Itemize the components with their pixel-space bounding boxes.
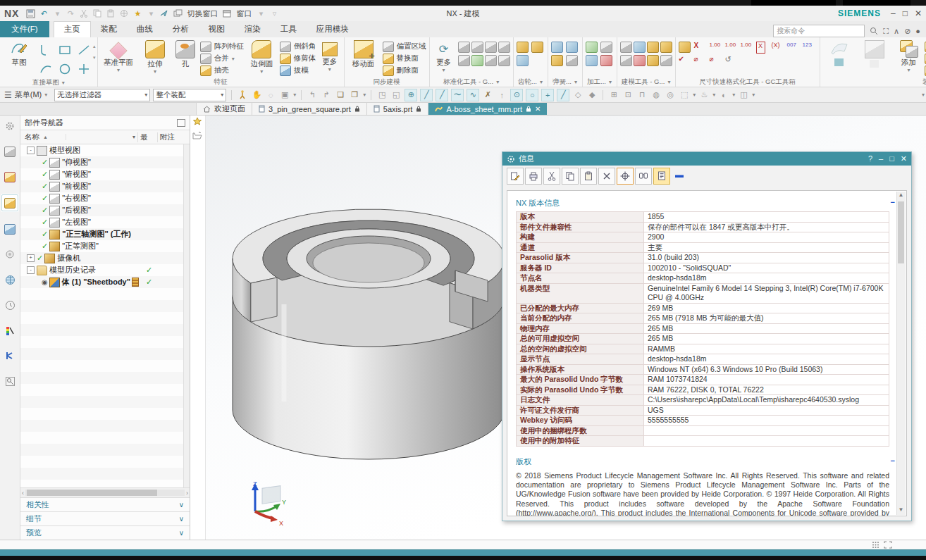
system-scenes-icon[interactable] [2,373,18,389]
scroll-left-icon[interactable]: ‹ [22,490,24,497]
profile-icon[interactable] [37,41,55,59]
check-icon[interactable]: ✓ [42,242,48,251]
new-file-icon[interactable] [192,117,203,127]
group-dropdown-icon[interactable]: ▾ [62,80,65,86]
close-button[interactable]: ✕ [915,8,922,18]
tab-assemblies[interactable]: 装配 [91,22,127,37]
check-icon[interactable]: ✓ [42,194,48,203]
pattern-feature-button[interactable]: 阵列特征 [200,41,244,52]
quickpick-dropdown-icon[interactable]: ▾ [363,92,366,98]
add-component-button[interactable]: 添加▾ [895,38,923,74]
selbar-overflow-icon[interactable]: ▾ [922,92,925,98]
view-window-icon[interactable]: ⊞ [608,89,619,101]
selection-filter-dropdown[interactable]: 无选择过滤器▾ [54,89,150,101]
repeat-command-icon[interactable] [118,8,130,19]
trim-body-button[interactable]: 修剪体 [280,53,316,64]
tab-curve[interactable]: 曲线 [127,22,163,37]
minimize-ribbon-icon[interactable]: ∧ [894,27,899,36]
tree-item-view-isometric[interactable]: ✓"正等测图" [20,240,190,252]
graphics-viewport[interactable]: Z Y X 信息 ? – □ ✕ [206,116,926,540]
snap-midpoint-icon[interactable]: ╱ [436,89,448,101]
tree-item-sheetbody[interactable]: ◉ 体 (1) "Sheetbody" ✓ [20,276,190,288]
scroll-up-icon[interactable]: ▲ [897,192,905,200]
tab-3-pin-green-square[interactable]: 3_pin_green_square.prt [252,103,367,115]
window-dropdown-icon[interactable]: ▾ [255,8,266,19]
snap-plus-icon[interactable]: + [541,89,554,101]
shadow-icon[interactable]: ◐ [718,89,729,101]
part-navigator-icon[interactable] [1,194,18,211]
spring-tool-icon[interactable] [551,55,563,66]
switch-window-icon[interactable] [172,8,183,19]
tab-application[interactable]: 应用模块 [307,22,359,37]
tree-item-model-views[interactable]: - 模型视图 [20,144,190,156]
arc-icon[interactable] [37,60,55,78]
print-icon[interactable] [525,168,542,185]
gear-icon[interactable] [2,118,18,134]
check-icon[interactable]: ✓ [42,182,48,191]
spring-tool-icon[interactable] [551,42,563,53]
gc-tool-icon[interactable]: ⌀ [710,55,724,67]
paste-icon[interactable] [105,8,116,19]
gc-tool-icon[interactable]: ⌀ [694,55,708,67]
machining-tool-icon[interactable] [586,55,598,66]
snap-endpoint-icon[interactable]: ╱ [420,89,433,101]
reuse-library-icon[interactable] [2,221,18,237]
std-tool-icon[interactable] [485,42,497,53]
section-collapse-icon[interactable]: − [891,198,895,209]
snap-curve-icon[interactable]: 〜 [451,89,464,101]
gc-tool-icon[interactable]: 1.00 [725,42,739,54]
modeling-tool-icon[interactable] [647,55,659,66]
std-tool-icon[interactable] [485,55,497,66]
gc-tool-icon[interactable]: 1.00 [710,42,724,54]
fullscreen-toggle-icon[interactable] [884,541,892,549]
open-file-icon[interactable] [192,131,203,140]
user-icon[interactable]: ● [915,27,920,35]
draft-button[interactable]: 拔模 [280,65,316,76]
shell-button[interactable]: 抽壳 [200,65,244,76]
modeling-tool-icon[interactable] [660,42,672,53]
std-tool-icon[interactable] [471,42,483,53]
assembly-navigator-icon[interactable] [2,144,18,159]
history-icon[interactable] [2,297,18,313]
snap-arrow-icon[interactable]: ↑ [496,89,507,101]
help-icon[interactable]: ⊘ [904,27,910,36]
std-tool-icon[interactable] [458,55,470,66]
machining-tool-icon[interactable] [600,55,612,66]
constraint-navigator-icon[interactable] [2,169,18,185]
tree-item-model-history[interactable]: - 模型历史记录 ✓ [20,264,190,276]
wireframe-icon[interactable]: ◎ [665,89,676,101]
eye-icon[interactable]: ◉ [42,278,48,286]
gc-tool-icon[interactable]: ↺ [725,55,739,67]
quickpick2-icon[interactable]: ❐ [349,89,360,101]
dialog-close-icon[interactable]: ✕ [901,154,907,163]
export-file-icon[interactable] [507,168,524,185]
undock-panel-button[interactable] [177,119,185,127]
window-icon[interactable] [221,8,233,19]
search-icon[interactable] [870,27,878,35]
std-tool-icon[interactable] [498,55,510,66]
next-selection-icon[interactable]: ↱ [321,89,332,101]
process-studio-icon[interactable] [2,323,18,338]
hd3d-tools-icon[interactable] [2,247,18,262]
check-icon[interactable]: ✓ [42,206,48,215]
tree-item-view-bottom[interactable]: ✓"仰视图" [20,156,190,168]
move-face-button[interactable]: ✛ 移动面 [346,38,381,68]
find-icon[interactable] [635,168,652,185]
column-filter[interactable]: ▾ [66,134,137,140]
tree-item-view-front[interactable]: ✓"前视图" [20,180,190,192]
replace-face-button[interactable]: 替换面 [383,53,426,64]
gc-tool-icon[interactable]: X [756,42,765,54]
prev-selection-icon[interactable]: ↰ [307,89,318,101]
shaded-icon[interactable]: ◍ [650,89,662,101]
clip-icon[interactable]: ◫ [738,89,749,101]
snap-intersection-icon[interactable]: ✗ [482,89,493,101]
check-icon[interactable]: ✓ [42,218,48,227]
spring-tool-icon[interactable] [566,55,578,66]
tab-view[interactable]: 视图 [199,22,235,37]
collapse-icon[interactable]: - [27,266,35,274]
document-info-icon[interactable] [653,168,670,185]
snap-facet-icon[interactable]: ◆ [586,89,598,101]
redo-icon[interactable]: ↷ [65,8,76,19]
machining-tool-icon[interactable] [586,42,598,53]
tab-tools[interactable]: 工具 [271,22,307,37]
